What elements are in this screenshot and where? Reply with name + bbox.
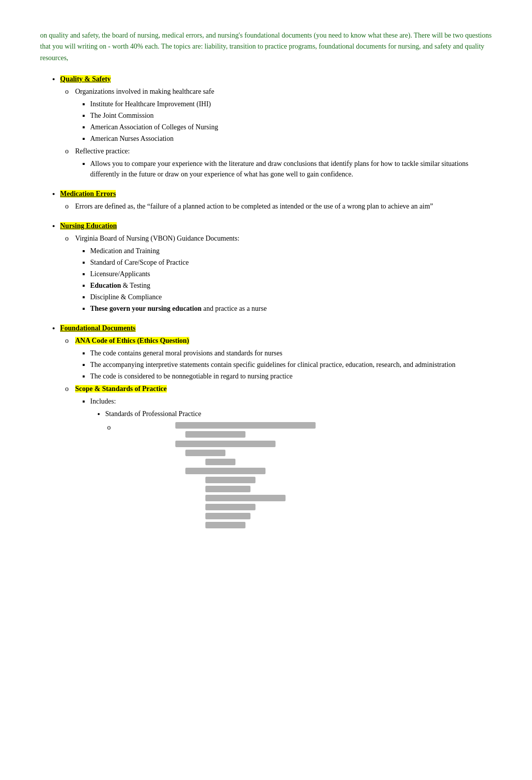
these-govern-bold: These govern your nursing education	[90, 305, 201, 312]
vbon-items: Medication and Training Standard of Care…	[75, 246, 492, 314]
list-item-nursing-education: Nursing Education Virginia Board of Nurs…	[60, 221, 492, 314]
standards-label: Standards of Professional Practice	[105, 410, 201, 418]
education-bold: Education	[90, 282, 121, 289]
list-item: American Nurses Association	[90, 133, 492, 144]
blurred-row	[205, 522, 245, 528]
list-item-quality-safety: Quality & Safety Organizations involved …	[60, 74, 492, 179]
list-item-foundational-documents: Foundational Documents ANA Code of Ethic…	[60, 323, 492, 528]
blurred-deep-list	[105, 422, 492, 528]
list-item: Institute for Healthcare Improvement (IH…	[90, 99, 492, 109]
main-content-list: Quality & Safety Organizations involved …	[40, 74, 492, 528]
list-item: Standard of Care/Scope of Practice	[90, 257, 492, 268]
blurred-row	[175, 441, 276, 447]
includes-item: Includes: Standards of Professional Prac…	[90, 396, 492, 528]
blurred-row	[185, 431, 245, 438]
foundational-documents-title: Foundational Documents	[60, 324, 136, 332]
ana-items: The code contains general moral provisio…	[75, 348, 492, 381]
medication-error-def: Errors are defined as, the “failure of a…	[75, 201, 492, 212]
quality-safety-org: Organizations involved in making healthc…	[75, 86, 492, 144]
blurred-row	[205, 495, 286, 501]
org-label: Organizations involved in making healthc…	[75, 88, 214, 95]
list-item: The Joint Commission	[90, 110, 492, 121]
standards-of-professional-practice: Standards of Professional Practice	[105, 409, 492, 528]
testing-text: & Testing	[121, 282, 150, 289]
blurred-sub2	[205, 459, 492, 465]
list-item: The code is considered to be nonnegotiab…	[90, 371, 492, 381]
blurred-sub2	[205, 477, 492, 528]
quality-safety-reflective: Reflective practice: Allows you to compa…	[75, 146, 492, 179]
blurred-row	[185, 450, 225, 456]
foundational-subsections: ANA Code of Ethics (Ethics Question) The…	[60, 335, 492, 528]
ana-code-title: ANA Code of Ethics (Ethics Question)	[75, 337, 189, 344]
nursing-education-subsections: Virginia Board of Nursing (VBON) Guidanc…	[60, 233, 492, 314]
ana-code-of-ethics: ANA Code of Ethics (Ethics Question) The…	[75, 335, 492, 381]
includes-label: Includes:	[90, 398, 116, 405]
blurred-sub	[185, 431, 492, 438]
blurred-item	[115, 422, 492, 528]
list-item: The accompanying interpretive statements…	[90, 359, 492, 370]
blurred-sub	[185, 450, 492, 528]
list-item: Licensure/Applicants	[90, 269, 492, 279]
medication-errors-title: Medication Errors	[60, 190, 116, 198]
vbon-guidance: Virginia Board of Nursing (VBON) Guidanc…	[75, 233, 492, 314]
scope-standards: Scope & Standards of Practice Includes: …	[75, 383, 492, 528]
blurred-row	[185, 468, 265, 474]
scope-items: Includes: Standards of Professional Prac…	[75, 396, 492, 528]
blurred-row	[205, 513, 250, 519]
blurred-row	[175, 422, 316, 429]
scope-standards-title: Scope & Standards of Practice	[75, 385, 167, 393]
org-items: Institute for Healthcare Improvement (IH…	[75, 99, 492, 144]
quality-safety-subsections: Organizations involved in making healthc…	[60, 86, 492, 179]
list-item: Discipline & Compliance	[90, 292, 492, 302]
list-item: The code contains general moral provisio…	[90, 348, 492, 358]
list-item-medication-errors: Medication Errors Errors are defined as,…	[60, 188, 492, 212]
list-item: Medication and Training	[90, 246, 492, 256]
these-govern-rest: and practice as a nurse	[201, 305, 267, 312]
blurred-row	[205, 477, 255, 483]
quality-safety-title: Quality & Safety	[60, 75, 111, 83]
blurred-content	[175, 422, 492, 528]
nursing-education-title: Nursing Education	[60, 222, 117, 230]
list-item: Education & Testing	[90, 280, 492, 291]
blurred-row	[205, 504, 255, 510]
medication-errors-subsections: Errors are defined as, the “failure of a…	[60, 201, 492, 212]
blurred-row	[205, 459, 235, 465]
reflective-label: Reflective practice:	[75, 147, 130, 155]
reflective-items: Allows you to compare your experience wi…	[75, 158, 492, 179]
list-item: American Association of Colleges of Nurs…	[90, 122, 492, 132]
standards-nested: Standards of Professional Practice	[90, 409, 492, 528]
list-item: Allows you to compare your experience wi…	[90, 158, 492, 179]
list-item: These govern your nursing education and …	[90, 303, 492, 314]
vbon-label: Virginia Board of Nursing (VBON) Guidanc…	[75, 235, 239, 242]
error-def-label: Errors are defined as, the “failure of a…	[75, 203, 433, 210]
blurred-row	[205, 486, 250, 492]
intro-paragraph: on quality and safety, the board of nurs…	[40, 30, 492, 64]
